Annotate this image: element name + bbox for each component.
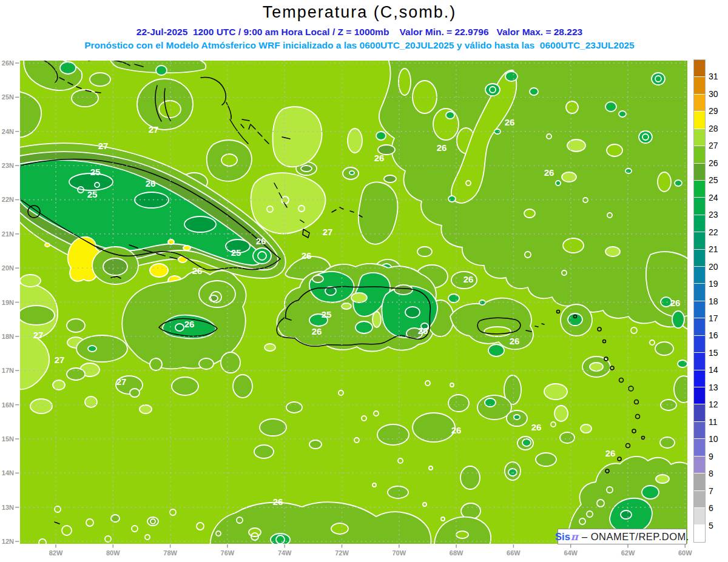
colorbar-segment	[694, 336, 705, 352]
colorbar-segment	[694, 457, 705, 473]
lon-label: 78W	[158, 549, 183, 557]
contour-label: 25	[87, 189, 98, 199]
colorbar-tick-label: 7	[709, 486, 713, 496]
colorbar-tick-label: 6	[709, 503, 713, 513]
lat-label: 16N	[0, 401, 14, 409]
colorbar-segment	[694, 370, 705, 387]
contour-label: 26	[273, 497, 283, 507]
colorbar-tick-label: 24	[709, 193, 718, 202]
colorbar-tick-label: 10	[709, 434, 718, 444]
lat-label: 15N	[0, 435, 14, 443]
contour-label: 25	[231, 247, 241, 258]
colorbar-segment	[694, 491, 705, 507]
contour-label: 27	[55, 355, 65, 365]
colorbar-tick-label: 8	[709, 469, 713, 478]
colorbar-segment	[694, 353, 705, 369]
colorbar-tick-label: 15	[709, 348, 718, 358]
colorbar-tick-label: 23	[709, 210, 718, 219]
colorbar-segment	[694, 284, 705, 300]
colorbar-segment	[694, 404, 705, 421]
colorbar-tick-label: 21	[709, 244, 718, 254]
lon-label: 62W	[616, 549, 640, 557]
contour-label: 26	[605, 448, 616, 458]
colorbar-segment	[694, 318, 705, 335]
colorbar-tick-label: 20	[709, 262, 718, 272]
contour-label: 27	[149, 124, 159, 135]
contour-label: 26	[437, 142, 447, 153]
colorbar-segment	[694, 439, 705, 455]
lat-label: 25N	[0, 93, 14, 101]
lon-label: 72W	[330, 549, 354, 557]
colorbar-segment	[694, 181, 705, 197]
contour-label: 26	[451, 425, 462, 435]
colorbar-segment	[694, 77, 705, 93]
lon-label: 74W	[272, 549, 297, 557]
colorbar-segment	[694, 473, 705, 490]
temperature-colorbar	[693, 59, 706, 543]
colorbar-tick-label: 12	[709, 400, 718, 409]
lat-label: 13N	[0, 504, 14, 511]
colorbar-tick-label: 30	[709, 89, 718, 99]
contour-label: 26	[374, 153, 385, 163]
contour-label: 27	[33, 330, 44, 340]
lon-label: 66W	[501, 549, 525, 557]
colorbar-segment	[694, 508, 705, 524]
contour-label: 26	[531, 422, 542, 432]
colorbar-tick-label: 16	[709, 330, 718, 340]
colorbar-segment	[694, 387, 705, 404]
colorbar-tick-label: 26	[709, 158, 718, 168]
colorbar-segment	[694, 60, 705, 76]
colorbar-tick-label: 25	[709, 175, 718, 185]
colorbar-tick-label: 9	[709, 452, 713, 461]
contour-label: 26	[312, 326, 322, 336]
lon-label: 68W	[444, 549, 468, 557]
colorbar-tick-label: 29	[709, 106, 718, 116]
colorbar-segment	[694, 112, 705, 128]
lat-label: 24N	[0, 128, 14, 135]
watermark-pi-icon: π	[570, 531, 579, 543]
watermark-source: – ONAMET/REP.DOM.	[579, 531, 689, 543]
contour-label: 27	[323, 227, 333, 237]
contour-label: 26	[192, 266, 203, 276]
contour-label: 26	[302, 250, 312, 261]
colorbar-segment	[694, 250, 705, 266]
lat-label: 19N	[0, 299, 14, 306]
contour-label: 26	[505, 117, 515, 127]
lat-label: 22N	[0, 196, 14, 203]
colorbar-segment	[694, 422, 705, 438]
lon-label: 64W	[559, 549, 583, 557]
colorbar-tick-label: 14	[709, 365, 718, 375]
colorbar-segment	[694, 267, 705, 283]
lat-label: 21N	[0, 230, 14, 238]
lon-label: 80W	[101, 549, 125, 557]
lat-label: 23N	[0, 162, 14, 169]
lat-label: 20N	[0, 264, 14, 272]
lon-label: 82W	[44, 549, 68, 557]
lon-label: 70W	[387, 549, 411, 557]
colorbar-tick-label: 27	[709, 141, 718, 150]
contour-label: 27	[98, 141, 109, 151]
contour-label: 25	[322, 309, 332, 319]
colorbar-segment	[694, 164, 705, 180]
lon-label: 60W	[673, 549, 697, 557]
contour-label: 25	[90, 167, 101, 177]
colorbar-tick-label: 22	[709, 227, 718, 237]
contour-label: 26	[146, 178, 156, 189]
colorbar-tick-label: 31	[709, 72, 718, 81]
lat-label: 17N	[0, 367, 14, 374]
colorbar-tick-label: 13	[709, 383, 718, 392]
lat-label: 12N	[0, 538, 14, 545]
colorbar-tick-label: 17	[709, 313, 718, 323]
weather-map-page: Temperatura (C,somb.) 22-Jul-2025 1200 U…	[0, 0, 728, 562]
colorbar-tick-label: 5	[709, 521, 713, 530]
colorbar-tick-label: 11	[709, 417, 718, 427]
contour-label: 26	[544, 167, 554, 178]
watermark-box: Sisπ – ONAMET/REP.DOM.	[558, 529, 687, 544]
colorbar-tick-label: 28	[709, 124, 718, 133]
colorbar-segment	[694, 215, 705, 232]
contour-label: 26	[510, 336, 520, 346]
watermark-sis: Sis	[555, 531, 570, 543]
lat-label: 14N	[0, 469, 14, 477]
lat-label: 26N	[0, 59, 14, 67]
contour-label: 26	[670, 298, 681, 308]
